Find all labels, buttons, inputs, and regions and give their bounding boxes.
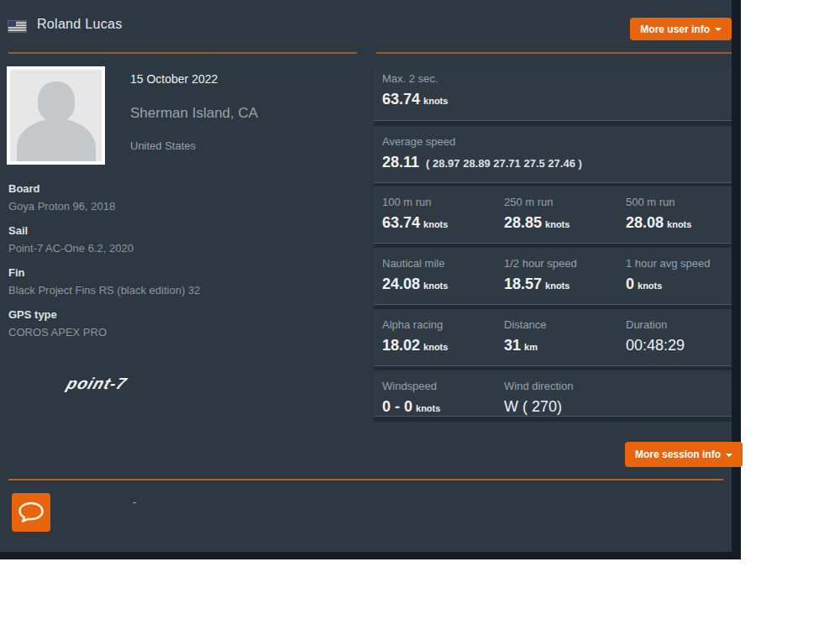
chat-button[interactable] <box>12 493 50 532</box>
stat-500m-run-unit: knots <box>667 219 691 229</box>
chevron-down-icon <box>715 28 722 31</box>
us-flag-icon <box>8 21 26 32</box>
stat-row-max-2sec: Max. 2 sec. 63.74knots <box>374 63 732 121</box>
more-session-info-label: More session info <box>635 449 721 460</box>
stat-nautical-mile-value: 24.08 <box>382 276 420 292</box>
stat-average-speed-value: 28.11 <box>382 154 419 171</box>
chevron-down-icon <box>726 454 732 457</box>
app-frame: Roland Lucas More user info 15 October 2… <box>0 0 741 559</box>
stat-500m-run-value: 28.08 <box>626 214 664 231</box>
stat-max-2sec-unit: knots <box>423 96 448 106</box>
equipment-fin-label: Fin <box>8 266 361 279</box>
equipment-board-label: Board <box>8 182 361 195</box>
session-location: Sherman Island, CA <box>130 105 258 122</box>
stat-wind-direction-label: Wind direction <box>504 380 573 392</box>
equipment-sail-label: Sail <box>8 224 361 237</box>
stat-average-speed-detail: ( 28.97 28.89 27.71 27.5 27.46 ) <box>426 157 582 170</box>
stat-alpha-racing: Alpha racing 18.02knots <box>382 318 448 354</box>
stat-row-runs: 100 m run 63.74knots 250 m run 28.85knot… <box>374 186 732 244</box>
stat-duration-value: 00:48:29 <box>626 337 685 354</box>
stat-half-hour-speed-label: 1/2 hour speed <box>504 257 577 270</box>
stat-100m-run-unit: knots <box>423 219 448 229</box>
stat-alpha-racing-value: 18.02 <box>382 337 420 354</box>
point7-brand-logo: point-7 <box>64 375 129 393</box>
equipment-board: Board Goya Proton 96, 2018 <box>8 182 361 213</box>
avatar-head-shape <box>38 81 75 122</box>
stat-row-mile-hour: Nautical mile 24.08knots 1/2 hour speed … <box>374 248 732 305</box>
stat-windspeed-value: 0 - 0 <box>382 398 412 415</box>
stat-row-alpha-distance-duration: Alpha racing 18.02knots Distance 31km Du… <box>374 309 732 366</box>
more-user-info-label: More user info <box>640 24 710 35</box>
session-page: Roland Lucas More user info 15 October 2… <box>0 0 732 552</box>
equipment-board-value: Goya Proton 96, 2018 <box>8 200 361 213</box>
stat-max-2sec: Max. 2 sec. 63.74knots <box>382 72 448 108</box>
avatar <box>7 66 105 165</box>
header-divider-left <box>8 52 357 54</box>
stat-250m-run: 250 m run 28.85knots <box>504 196 570 232</box>
stat-500m-run: 500 m run 28.08knots <box>626 196 691 232</box>
stat-distance-label: Distance <box>504 318 547 331</box>
stat-distance-value: 31 <box>504 337 521 354</box>
stat-wind-direction: Wind direction W ( 270) <box>504 380 573 416</box>
stat-100m-run-label: 100 m run <box>382 196 448 208</box>
more-user-info-button[interactable]: More user info <box>630 18 732 40</box>
header-divider-right <box>376 52 732 54</box>
stat-one-hour-avg-speed-unit: knots <box>638 281 662 291</box>
stat-500m-run-label: 500 m run <box>626 196 691 208</box>
stat-windspeed: Windspeed 0 - 0knots <box>382 380 440 416</box>
stat-alpha-racing-unit: knots <box>423 342 448 352</box>
stat-windspeed-unit: knots <box>416 403 440 413</box>
stat-windspeed-label: Windspeed <box>382 380 440 392</box>
stat-max-2sec-value: 63.74 <box>382 91 420 108</box>
stat-row-wind: Windspeed 0 - 0knots Wind direction W ( … <box>374 370 732 417</box>
stat-one-hour-avg-speed-label: 1 hour avg speed <box>626 257 710 270</box>
stat-wind-direction-value: W ( 270) <box>504 398 562 415</box>
session-country: United States <box>130 139 196 152</box>
stat-250m-run-unit: knots <box>545 219 570 229</box>
footer-divider <box>8 479 723 480</box>
stat-250m-run-value: 28.85 <box>504 214 542 231</box>
stat-half-hour-speed-value: 18.57 <box>504 276 542 292</box>
stat-distance-unit: km <box>524 342 538 352</box>
stat-250m-run-label: 250 m run <box>504 196 570 208</box>
stat-100m-run: 100 m run 63.74knots <box>382 196 448 232</box>
equipment-gps-type: GPS type COROS APEX PRO <box>8 308 361 339</box>
stat-max-2sec-label: Max. 2 sec. <box>382 72 448 85</box>
stat-nautical-mile-label: Nautical mile <box>382 257 448 270</box>
stat-nautical-mile-unit: knots <box>423 281 448 291</box>
avatar-body-shape <box>17 118 96 165</box>
equipment-fin-value: Black Project Fins RS (black edition) 32 <box>8 284 361 297</box>
stat-nautical-mile: Nautical mile 24.08knots <box>382 257 448 293</box>
stat-half-hour-speed-unit: knots <box>545 281 570 291</box>
stat-one-hour-avg-speed: 1 hour avg speed 0knots <box>626 257 710 293</box>
stat-average-speed-label: Average speed <box>382 135 582 148</box>
equipment-gps-type-label: GPS type <box>8 308 361 321</box>
stat-row-average-speed: Average speed 28.11( 28.97 28.89 27.71 2… <box>374 126 732 183</box>
equipment-gps-type-value: COROS APEX PRO <box>8 326 361 339</box>
speech-bubble-icon <box>18 501 45 524</box>
equipment-sail: Sail Point-7 AC-One 6.2, 2020 <box>8 224 361 255</box>
footer-dash: - <box>133 496 136 508</box>
equipment-fin: Fin Black Project Fins RS (black edition… <box>8 266 361 297</box>
stat-half-hour-speed: 1/2 hour speed 18.57knots <box>504 257 577 293</box>
more-session-info-button[interactable]: More session info <box>625 442 743 467</box>
stat-alpha-racing-label: Alpha racing <box>382 318 448 331</box>
page-title-user-name: Roland Lucas <box>37 17 122 32</box>
stat-distance: Distance 31km <box>504 318 547 354</box>
stat-one-hour-avg-speed-value: 0 <box>626 276 634 292</box>
stat-duration: Duration 00:48:29 <box>626 318 685 354</box>
stat-average-speed: Average speed 28.11( 28.97 28.89 27.71 2… <box>382 135 582 171</box>
stat-duration-label: Duration <box>626 318 685 331</box>
stat-100m-run-value: 63.74 <box>382 214 420 231</box>
equipment-sail-value: Point-7 AC-One 6.2, 2020 <box>8 242 361 255</box>
session-date: 15 October 2022 <box>130 72 218 86</box>
